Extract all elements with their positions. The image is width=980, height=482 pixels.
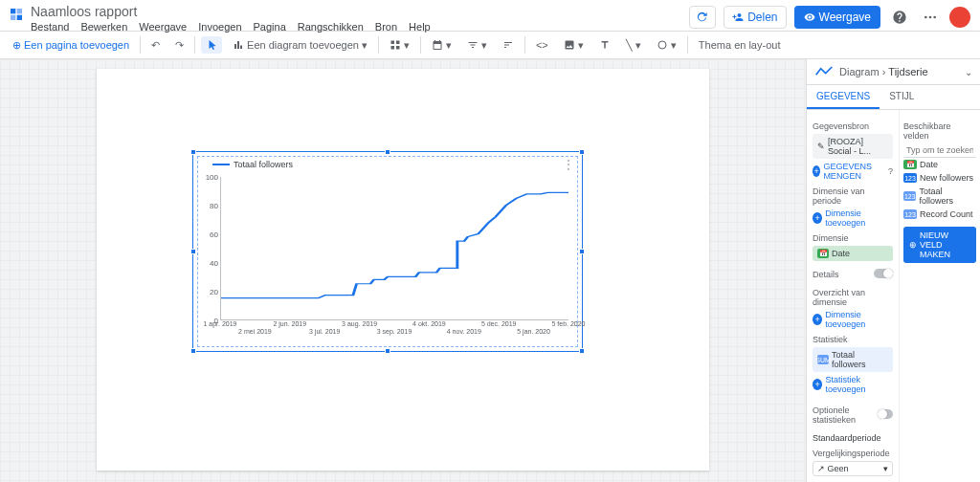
add-period-dimension[interactable]: +Dimensie toevoegen [813,208,893,228]
svg-point-4 [924,16,927,19]
date-range-control[interactable]: ▾ [427,36,457,55]
tab-style[interactable]: STIJL [880,85,924,109]
add-metric[interactable]: +Statistiek toevoegen [813,375,893,394]
calendar-icon [432,39,443,51]
resize-handle[interactable] [385,149,390,155]
add-chart-button[interactable]: Een diagram toevoegen ▾ [228,36,372,55]
filter-list-icon [467,39,479,51]
redo-button[interactable]: ↷ [170,36,189,55]
image-icon [564,39,575,51]
help-small-icon[interactable]: ? [888,166,893,176]
svg-rect-1 [17,9,22,13]
dimension-chip[interactable]: 📅Date [813,246,893,261]
add-dimension[interactable]: +Dimensie toevoegen [813,310,893,329]
refresh-button[interactable] [689,6,716,29]
field-item[interactable]: 123New followers [903,171,976,185]
y-axis: 020406080100 [203,177,220,320]
calendar-icon: 📅 [817,249,829,258]
resize-handle[interactable] [579,149,585,155]
share-button[interactable]: Delen [724,6,786,29]
svg-rect-10 [396,46,400,50]
menu-edit[interactable]: Bewerken [80,21,127,33]
svg-rect-7 [390,41,394,45]
chart-legend: Totaal followers [212,160,574,169]
view-button[interactable]: Weergave [794,6,880,29]
chevron-down-icon[interactable]: ⌄ [965,67,972,77]
x-axis: 1 apr. 20192 jun. 20193 aug. 20194 okt. … [220,320,568,340]
help-icon[interactable] [888,6,911,29]
time-series-chart: Totaal followers 020406080100 1 apr. 201… [201,160,574,343]
resize-handle[interactable] [190,348,196,354]
canvas[interactable]: ⋮ Totaal followers 020406080100 1 apr. 2… [0,59,806,482]
menu-insert[interactable]: Invoegen [198,21,241,33]
svg-point-5 [929,16,932,19]
account-avatar[interactable] [949,7,970,28]
field-search-input[interactable] [903,143,976,158]
refresh-icon [696,11,709,24]
chart-selection[interactable]: ⋮ Totaal followers 020406080100 1 apr. 2… [192,151,583,352]
data-source-chip[interactable]: ✎[ROOZA] Social - L... [813,134,893,159]
sum-icon: SUM [817,355,829,364]
field-item[interactable]: 123Totaal followers [903,185,976,208]
data-control[interactable] [498,36,519,54]
url-embed-button[interactable]: <> [531,36,553,54]
new-field-button[interactable]: ⊕ NIEUW VELD MAKEN [903,227,976,263]
app-logo[interactable] [8,6,25,23]
pencil-icon: ✎ [817,142,825,151]
grid-icon [390,39,401,51]
resize-handle[interactable] [579,249,585,254]
report-page[interactable]: ⋮ Totaal followers 020406080100 1 apr. 2… [97,69,709,471]
resize-handle[interactable] [190,149,196,155]
blend-data-link[interactable]: +GEGEVENS MENGEN? [813,162,893,181]
optional-metrics-toggle[interactable] [878,409,893,419]
resize-handle[interactable] [190,249,196,254]
menu-source[interactable]: Bron [375,21,397,33]
document-title[interactable]: Naamloos rapport [31,4,689,19]
selection-tool[interactable] [201,36,222,54]
community-visualizations-button[interactable]: ▾ [385,36,414,55]
properties-panel: Diagram › Tijdserie ⌄ GEGEVENS STIJL Geg… [806,59,980,482]
resize-handle[interactable] [385,348,390,354]
svg-rect-2 [11,15,15,20]
menu-view[interactable]: Weergave [139,21,187,33]
cursor-icon [206,39,217,51]
svg-rect-0 [11,9,15,13]
menu-arrange[interactable]: Rangschikken [298,21,364,33]
undo-button[interactable]: ↶ [146,36,165,55]
tab-data[interactable]: GEGEVENS [807,85,880,109]
details-toggle[interactable] [874,269,893,278]
svg-point-6 [933,16,936,19]
text-icon [599,39,611,51]
field-item[interactable]: 123Record Count [903,208,976,221]
bar-chart-icon [233,39,244,51]
theme-layout-button[interactable]: Thema en lay-out [694,36,786,54]
svg-rect-3 [17,15,22,20]
shape-button[interactable]: ▾ [652,36,681,55]
menu-help[interactable]: Help [409,21,431,33]
text-button[interactable] [594,36,615,54]
eye-icon [804,11,815,23]
menu-bar: Bestand Bewerken Weergave Invoegen Pagin… [31,21,689,33]
chart-type-breadcrumb[interactable]: Diagram › Tijdserie [839,66,928,77]
compare-range-select[interactable]: ↗ Geen▾ [813,461,893,476]
svg-rect-8 [396,41,400,45]
add-page-button[interactable]: ⊕ Een pagina toevoegen [8,36,134,55]
line-chart-icon [814,65,834,78]
line-button[interactable]: ╲ ▾ [621,36,646,55]
resize-handle[interactable] [579,348,585,354]
image-button[interactable]: ▾ [559,36,589,55]
metric-chip[interactable]: SUMTotaal followers [813,347,893,372]
filter-control[interactable]: ▾ [462,36,492,55]
shape-icon [657,39,668,51]
menu-page[interactable]: Pagina [254,21,286,33]
person-plus-icon [732,11,744,23]
menu-file[interactable]: Bestand [31,21,69,33]
more-options-icon[interactable] [919,6,942,29]
tune-icon [502,39,514,51]
svg-point-11 [658,41,666,49]
line-series [221,177,568,319]
svg-rect-9 [390,46,394,50]
field-item[interactable]: 📅Date [903,158,976,171]
